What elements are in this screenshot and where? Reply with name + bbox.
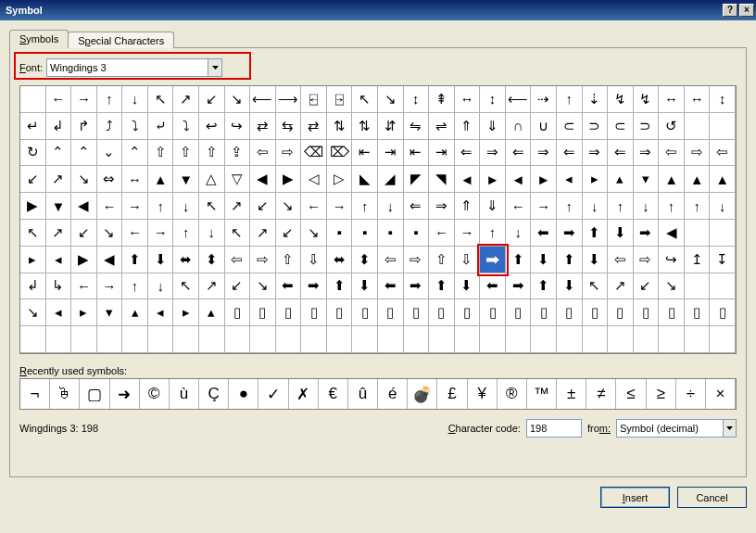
symbol-cell[interactable] <box>685 113 711 140</box>
symbol-cell[interactable]: ⤵ <box>173 113 199 140</box>
symbol-cell[interactable]: ⬇ <box>583 247 609 273</box>
recent-cell[interactable]: Ç <box>199 379 229 409</box>
symbol-cell[interactable]: ⇨ <box>634 247 660 273</box>
symbol-cell[interactable]: ⇢ <box>531 86 557 113</box>
symbol-cell[interactable]: ↓ <box>122 86 148 113</box>
symbol-cell[interactable]: ← <box>97 193 123 220</box>
symbol-cell[interactable]: ➡ <box>634 220 660 247</box>
symbol-cell[interactable]: ▾ <box>97 299 123 326</box>
symbol-cell[interactable]: → <box>122 193 148 220</box>
symbol-cell[interactable] <box>685 326 711 353</box>
symbol-cell[interactable]: ⇒ <box>634 140 660 167</box>
symbol-cell[interactable]: ⇧ <box>429 247 455 273</box>
charcode-input[interactable] <box>526 419 582 438</box>
symbol-cell[interactable] <box>429 326 455 353</box>
recent-cell[interactable]: 🖰 <box>50 379 80 409</box>
symbol-cell[interactable]: ↓ <box>583 193 609 220</box>
symbol-cell[interactable]: ↗ <box>608 273 634 300</box>
symbol-cell[interactable]: ⇄ <box>301 113 327 140</box>
symbol-cell[interactable]: ⬅ <box>480 273 506 300</box>
symbol-cell[interactable] <box>20 86 46 113</box>
symbol-cell[interactable]: ⇄ <box>250 113 276 140</box>
symbol-cell[interactable] <box>710 220 736 247</box>
symbol-cell[interactable]: ⇪ <box>225 140 251 167</box>
tab-special-characters[interactable]: Special Characters <box>68 32 174 48</box>
symbol-cell[interactable]: ↓ <box>710 193 736 220</box>
symbol-cell[interactable]: ⤴ <box>97 113 123 140</box>
symbol-cell[interactable]: ▸ <box>583 166 609 193</box>
symbol-cell[interactable]: ◄ <box>455 166 481 193</box>
symbol-cell[interactable]: ◂ <box>557 166 583 193</box>
symbol-cell[interactable] <box>46 326 72 353</box>
symbol-cell[interactable]: ▪ <box>327 220 353 247</box>
symbol-cell[interactable]: ⌃ <box>46 140 72 167</box>
symbol-cell[interactable]: ⇐ <box>506 140 532 167</box>
symbol-cell[interactable]: ▯ <box>557 299 583 326</box>
symbol-cell[interactable] <box>173 326 199 353</box>
symbol-cell[interactable]: ↓ <box>378 193 404 220</box>
symbol-cell[interactable]: ↘ <box>97 220 123 247</box>
symbol-cell[interactable] <box>20 326 46 353</box>
symbol-cell[interactable]: ▯ <box>659 299 685 326</box>
font-dropdown-button[interactable] <box>208 59 221 76</box>
symbol-cell[interactable]: ⬆ <box>583 220 609 247</box>
recent-cell[interactable]: × <box>706 379 736 409</box>
symbol-cell[interactable] <box>71 326 97 353</box>
symbol-cell[interactable]: ⇞ <box>429 86 455 113</box>
symbol-cell[interactable]: ↘ <box>276 193 302 220</box>
symbol-cell[interactable]: ⌄ <box>97 140 123 167</box>
symbol-cell[interactable]: ↖ <box>352 86 378 113</box>
symbol-cell[interactable]: ⇆ <box>276 113 302 140</box>
symbol-cell[interactable]: ⌃ <box>71 140 97 167</box>
symbol-cell[interactable]: ▪ <box>404 220 430 247</box>
symbol-cell[interactable]: ↘ <box>378 86 404 113</box>
symbol-cell[interactable]: ◄ <box>506 166 532 193</box>
symbol-cell[interactable]: ⇦ <box>710 140 736 167</box>
symbol-cell[interactable] <box>404 326 430 353</box>
symbol-cell[interactable]: ∪ <box>531 113 557 140</box>
symbol-cell[interactable]: ↔ <box>455 86 481 113</box>
symbol-cell[interactable]: ↩ <box>199 113 225 140</box>
symbol-cell[interactable]: ◀ <box>659 220 685 247</box>
symbol-cell[interactable]: ▯ <box>608 299 634 326</box>
symbol-cell[interactable]: ⇵ <box>378 113 404 140</box>
symbol-cell[interactable]: ↔ <box>685 86 711 113</box>
symbol-cell[interactable]: ⇅ <box>327 113 353 140</box>
symbol-cell[interactable]: ↑ <box>480 220 506 247</box>
recent-cell[interactable]: 💣 <box>408 379 437 409</box>
symbol-cell[interactable]: ⇐ <box>557 140 583 167</box>
symbol-cell[interactable]: ← <box>122 220 148 247</box>
symbol-cell[interactable] <box>710 326 736 353</box>
symbol-cell[interactable]: ⬇ <box>148 247 174 273</box>
symbol-cell[interactable]: ⬍ <box>199 247 225 273</box>
symbol-cell[interactable]: ↑ <box>659 193 685 220</box>
symbol-cell[interactable]: ↘ <box>301 220 327 247</box>
symbol-cell[interactable] <box>659 326 685 353</box>
symbol-cell[interactable]: ▪ <box>378 220 404 247</box>
symbol-cell[interactable]: → <box>327 193 353 220</box>
symbol-cell[interactable]: ▯ <box>531 299 557 326</box>
symbol-cell[interactable]: ⇋ <box>404 113 430 140</box>
symbol-cell[interactable]: ⌫ <box>301 140 327 167</box>
symbol-cell[interactable] <box>378 326 404 353</box>
symbol-cell[interactable]: ↙ <box>199 86 225 113</box>
symbol-cell[interactable]: ↯ <box>608 86 634 113</box>
symbol-cell[interactable]: ⬆ <box>122 247 148 273</box>
symbol-cell[interactable]: ⇧ <box>199 140 225 167</box>
symbol-cell[interactable]: ⊂ <box>608 113 634 140</box>
symbol-cell[interactable]: ⇨ <box>404 247 430 273</box>
symbol-cell[interactable] <box>685 220 711 247</box>
symbol-cell[interactable] <box>225 326 251 353</box>
recent-cell[interactable]: ™ <box>527 379 557 409</box>
symbol-cell[interactable]: → <box>455 220 481 247</box>
symbol-cell[interactable]: ⬅ <box>378 273 404 300</box>
symbol-cell[interactable]: ⇔ <box>97 166 123 193</box>
symbol-cell[interactable]: ↔ <box>659 86 685 113</box>
symbol-cell[interactable]: ⇐ <box>608 140 634 167</box>
symbol-cell[interactable]: → <box>148 220 174 247</box>
symbol-cell[interactable] <box>685 273 711 300</box>
symbol-cell[interactable]: ↗ <box>250 220 276 247</box>
symbol-cell[interactable]: ⬌ <box>173 247 199 273</box>
symbol-cell[interactable]: ⇣ <box>583 86 609 113</box>
symbol-cell[interactable]: ⊃ <box>583 113 609 140</box>
